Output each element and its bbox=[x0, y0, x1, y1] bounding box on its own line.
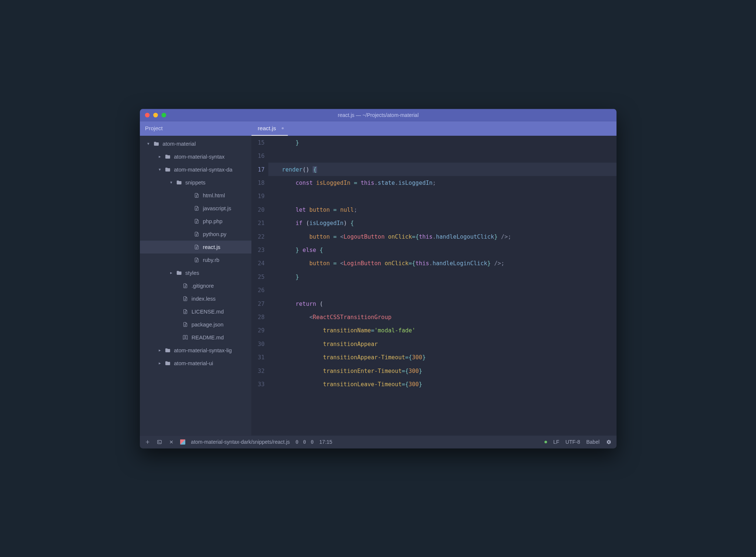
tree-item-label: javascript.js bbox=[203, 205, 231, 211]
tree-item-label: python.py bbox=[203, 231, 226, 237]
tree-item[interactable]: .gitignore bbox=[140, 279, 251, 292]
code-line[interactable]: transitionAppear bbox=[268, 337, 616, 350]
code-line[interactable]: render() { bbox=[268, 162, 616, 176]
terminal-icon[interactable] bbox=[156, 439, 162, 445]
grammar[interactable]: Babel bbox=[586, 439, 599, 445]
file-icon bbox=[193, 231, 200, 237]
line-ending[interactable]: LF bbox=[553, 439, 559, 445]
chevron-down-icon[interactable]: ▾ bbox=[146, 141, 150, 146]
tree-item[interactable]: python.py bbox=[140, 228, 251, 241]
line-number: 30 bbox=[251, 337, 265, 350]
line-number: 18 bbox=[251, 176, 265, 189]
git-status-icon[interactable] bbox=[180, 439, 185, 444]
minimize-icon[interactable] bbox=[153, 113, 158, 117]
tree-item-label: atom-material-syntax-lig bbox=[174, 347, 232, 353]
code-line[interactable]: button = <LoginButton onClick={this.hand… bbox=[268, 256, 616, 270]
file-icon bbox=[193, 218, 200, 224]
zoom-icon[interactable] bbox=[161, 113, 166, 117]
tree-item-label: styles bbox=[185, 270, 199, 276]
code-line[interactable]: if (isLoggedIn) { bbox=[268, 216, 616, 229]
tree-item[interactable]: react.js bbox=[140, 241, 251, 253]
chevron-down-icon[interactable]: ▾ bbox=[158, 167, 161, 172]
line-number: 16 bbox=[251, 149, 265, 162]
folder-icon bbox=[176, 179, 182, 186]
tree-item-label: atom-material-ui bbox=[174, 360, 213, 366]
tree-item[interactable]: ▸atom-material-syntax-lig bbox=[140, 344, 251, 357]
tree-item-label: .gitignore bbox=[191, 283, 213, 289]
chevron-right-icon[interactable]: ▸ bbox=[169, 270, 173, 275]
code-line[interactable]: transitionLeave-Timeout={300} bbox=[268, 377, 616, 391]
cursor-position[interactable]: 17:15 bbox=[319, 439, 332, 445]
tree-item-label: atom-material bbox=[162, 141, 196, 147]
encoding[interactable]: UTF-8 bbox=[565, 439, 580, 445]
line-number: 17 bbox=[251, 162, 265, 176]
tree-item[interactable]: ruby.rb bbox=[140, 253, 251, 266]
code-line[interactable] bbox=[268, 149, 616, 162]
line-number: 21 bbox=[251, 216, 265, 229]
code-line[interactable]: } bbox=[268, 136, 616, 149]
code-area[interactable]: } render() { const isLoggedIn = this.sta… bbox=[268, 136, 616, 436]
close-panel-icon[interactable] bbox=[168, 439, 174, 445]
code-line[interactable]: let button = null; bbox=[268, 203, 616, 216]
svg-line-34 bbox=[170, 440, 172, 443]
tab-react[interactable]: react.js bbox=[251, 121, 288, 135]
code-line[interactable]: return ( bbox=[268, 297, 616, 310]
code-line[interactable] bbox=[268, 189, 616, 203]
settings-icon[interactable] bbox=[605, 439, 612, 445]
file-icon bbox=[182, 321, 188, 328]
chevron-right-icon[interactable]: ▸ bbox=[158, 361, 161, 366]
tree-item[interactable]: package.json bbox=[140, 318, 251, 331]
main: ▾atom-material▸atom-material-syntax▾atom… bbox=[140, 136, 616, 436]
tree-item[interactable]: ▸atom-material-syntax bbox=[140, 150, 251, 163]
status-file-path[interactable]: atom-material-syntax-dark/snippets/react… bbox=[191, 439, 290, 445]
line-number: 20 bbox=[251, 203, 265, 216]
file-icon bbox=[193, 205, 200, 211]
code-line[interactable]: } bbox=[268, 270, 616, 283]
code-line[interactable]: } else { bbox=[268, 243, 616, 256]
code-line[interactable]: transitionEnter-Timeout={300} bbox=[268, 364, 616, 377]
tree-item[interactable]: html.html bbox=[140, 189, 251, 202]
folder-icon bbox=[164, 153, 171, 160]
project-tree[interactable]: ▾atom-material▸atom-material-syntax▾atom… bbox=[140, 136, 251, 436]
tree-item-label: LICENSE.md bbox=[191, 308, 223, 315]
tree-item[interactable]: ▾atom-material bbox=[140, 137, 251, 150]
line-number: 31 bbox=[251, 350, 265, 364]
code-line[interactable]: transitionName='modal-fade' bbox=[268, 324, 616, 337]
tree-item[interactable]: php.php bbox=[140, 215, 251, 228]
window-controls bbox=[145, 113, 166, 117]
code-line[interactable]: transitionAppear-Timeout={300} bbox=[268, 350, 616, 364]
tree-item-label: index.less bbox=[191, 295, 215, 302]
code-line[interactable]: button = <LogoutButton onClick={this.han… bbox=[268, 229, 616, 243]
line-number: 23 bbox=[251, 243, 265, 256]
tree-item-label: atom-material-syntax-da bbox=[174, 166, 232, 173]
tree-item[interactable]: LICENSE.md bbox=[140, 305, 251, 318]
folder-icon bbox=[176, 270, 182, 276]
line-number: 32 bbox=[251, 364, 265, 377]
code-line[interactable]: <ReactCSSTransitionGroup bbox=[268, 310, 616, 324]
chevron-right-icon[interactable]: ▸ bbox=[158, 348, 161, 353]
code-line[interactable] bbox=[268, 283, 616, 297]
file-icon bbox=[193, 244, 200, 250]
tree-item[interactable]: ▾snippets bbox=[140, 176, 251, 189]
tree-item-label: snippets bbox=[185, 179, 205, 186]
file-icon bbox=[193, 257, 200, 263]
chevron-right-icon[interactable]: ▸ bbox=[158, 154, 161, 159]
tree-item[interactable]: ▸atom-material-ui bbox=[140, 357, 251, 370]
status-indicator-icon bbox=[544, 440, 547, 443]
window-title: react.js — ~/Projects/atom-material bbox=[337, 112, 418, 118]
line-number: 28 bbox=[251, 310, 265, 324]
titlebar: react.js — ~/Projects/atom-material bbox=[140, 109, 616, 121]
tree-item[interactable]: ▸styles bbox=[140, 266, 251, 279]
diagnostic-counters[interactable]: 0 0 0 bbox=[295, 439, 313, 444]
new-file-icon[interactable] bbox=[144, 439, 151, 445]
chevron-down-icon[interactable]: ▾ bbox=[169, 180, 173, 185]
tree-item[interactable]: javascript.js bbox=[140, 202, 251, 215]
tree-item[interactable]: README.md bbox=[140, 331, 251, 344]
tree-item[interactable]: ▾atom-material-syntax-da bbox=[140, 163, 251, 176]
tree-item-label: README.md bbox=[191, 334, 223, 340]
code-editor[interactable]: 15161718192021222324252627282930313233 }… bbox=[251, 136, 616, 436]
tree-item-label: package.json bbox=[191, 321, 223, 328]
code-line[interactable]: const isLoggedIn = this.state.isLoggedIn… bbox=[268, 176, 616, 189]
tree-item[interactable]: index.less bbox=[140, 292, 251, 305]
close-icon[interactable] bbox=[145, 113, 150, 117]
